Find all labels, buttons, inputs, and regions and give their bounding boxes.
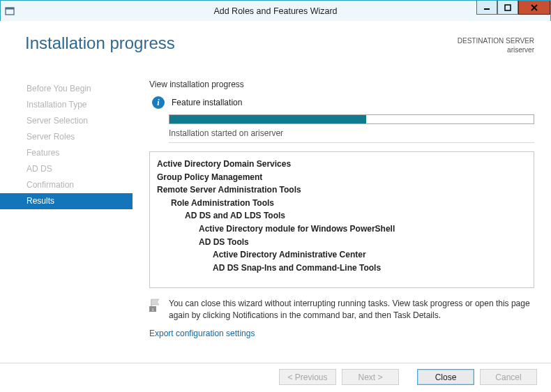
wizard-step-results: Results — [0, 193, 133, 209]
status-title: Feature installation — [172, 98, 242, 107]
feature-item: AD DS and AD LDS Tools — [157, 209, 527, 223]
wizard-step-server-selection: Server Selection — [0, 113, 133, 129]
feature-item: Role Administration Tools — [157, 197, 527, 210]
window-maximize-button[interactable] — [497, 1, 518, 15]
close-wizard-note: You can close this wizard without interr… — [169, 298, 534, 322]
export-config-link[interactable]: Export configuration settings — [149, 329, 534, 338]
window-title: Add Roles and Features Wizard — [1, 6, 550, 16]
destination-server: ariserver — [458, 45, 534, 54]
feature-item: AD DS Tools — [157, 236, 527, 249]
destination-label: DESTINATION SERVER — [458, 36, 534, 45]
title-bar: Add Roles and Features Wizard — [1, 1, 550, 22]
wizard-step-confirmation: Confirmation — [0, 177, 133, 193]
view-progress-label: View installation progress — [149, 80, 534, 89]
info-icon: i — [152, 96, 165, 109]
wizard-step-ad-ds: AD DS — [0, 161, 133, 177]
svg-text:1: 1 — [151, 307, 154, 312]
wizard-step-features: Features — [0, 145, 133, 161]
wizard-step-installation-type: Installation Type — [0, 97, 133, 113]
window-close-button[interactable] — [518, 1, 550, 15]
svg-rect-1 — [6, 8, 14, 10]
cancel-button: Cancel — [480, 369, 537, 385]
svg-rect-2 — [484, 8, 490, 10]
next-button: Next > — [342, 369, 399, 385]
close-button[interactable]: Close — [417, 369, 474, 385]
page-heading: Installation progress — [25, 33, 458, 53]
previous-button: < Previous — [279, 369, 336, 385]
wizard-step-server-roles: Server Roles — [0, 129, 133, 145]
feature-item: AD DS Snap-Ins and Command-Line Tools — [157, 262, 527, 275]
feature-item: Active Directory Domain Services — [157, 158, 527, 171]
svg-rect-3 — [505, 5, 511, 10]
install-progress-bar — [169, 114, 534, 124]
wizard-footer: < Previous Next > Close Cancel — [0, 363, 551, 386]
feature-item: Active Directory module for Windows Powe… — [157, 223, 527, 236]
flag-icon: 1 — [149, 298, 162, 313]
install-substatus: Installation started on ariserver — [169, 128, 534, 143]
window-minimize-button[interactable] — [476, 1, 497, 15]
wizard-step-sidebar: Before You BeginInstallation TypeServer … — [0, 77, 133, 359]
feature-tree[interactable]: Active Directory Domain ServicesGroup Po… — [149, 151, 534, 288]
window-system-icon — [5, 6, 16, 17]
destination-server-block: DESTINATION SERVER ariserver — [458, 33, 534, 54]
feature-item: Active Directory Administrative Center — [157, 248, 527, 262]
feature-item: Remote Server Administration Tools — [157, 183, 527, 197]
wizard-step-before-you-begin: Before You Begin — [0, 81, 133, 97]
feature-item: Group Policy Management — [157, 171, 527, 184]
